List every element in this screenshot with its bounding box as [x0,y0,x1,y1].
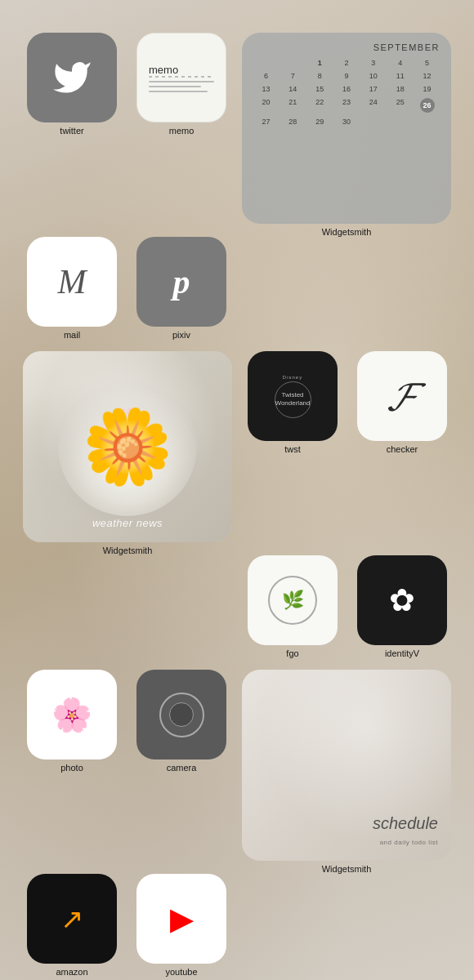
app-pixiv[interactable]: p pixiv [132,237,230,340]
weather-widget-label: Widgetsmith [103,542,153,555]
calendar-grid: 1 2 3 4 5 6 7 8 9 10 11 12 13 14 [253,57,440,127]
weather-widget: 🌸 🌼 weather news Widgetsmith [23,351,232,555]
app-photo-label: photo [60,763,83,773]
app-checker[interactable]: 𝓕 checker [353,351,451,454]
schedule-subtitle: and daily todo list [380,839,438,846]
memo-title: memo [149,64,178,76]
app-amazon-label: amazon [56,967,87,977]
app-identityv-label: identityV [385,648,419,658]
app-identityv[interactable]: ✿ identityV [353,555,451,658]
checker-icon-letter: 𝓕 [387,372,418,421]
app-twitter[interactable]: twitter [23,33,121,136]
app-fgo-label: fgo [286,648,298,658]
camera-icon-circle [159,693,204,737]
app-camera-label: camera [167,763,197,773]
app-checker-label: checker [387,444,418,454]
amazon-icon-arrow: ↗ [60,902,83,935]
mail-icon-letter: M [58,262,87,301]
fgo-icon-circle: 🌿 [268,576,317,625]
calendar-widget-label: Widgetsmith [322,224,372,237]
app-camera[interactable]: camera [132,670,230,773]
weather-overlay-text: weather news [92,517,163,529]
app-youtube-label: youtube [165,967,197,977]
page-dots [16,977,458,980]
twst-icon-inner: Disney TwistedWonderland [275,375,311,418]
app-amazon[interactable]: ↗ amazon [23,874,121,977]
app-pixiv-label: pixiv [172,330,190,340]
schedule-title: schedule [373,814,438,833]
app-memo-label: memo [169,126,195,136]
identityv-icon-ornament: ✿ [378,576,427,625]
app-youtube[interactable]: ▶ youtube [132,874,230,977]
calendar-month: SEPTEMBER [253,42,440,52]
app-fgo[interactable]: 🌿 fgo [244,555,342,658]
schedule-widget: schedule and daily todo list Widgetsmith [242,670,451,874]
app-mail-label: mail [64,330,80,340]
photo-icon-flower: 🌸 [51,696,92,734]
app-mail[interactable]: M mail [23,237,121,340]
app-memo[interactable]: memo memo [132,33,230,136]
app-twitter-label: twitter [60,126,83,136]
app-twst-label: twst [284,444,301,454]
schedule-widget-label: Widgetsmith [322,861,372,874]
pixiv-icon-letter: p [173,262,190,301]
schedule-text: schedule and daily todo list [373,814,438,848]
app-twst[interactable]: Disney TwistedWonderland twst [244,351,342,454]
app-photo[interactable]: 🌸 photo [23,670,121,773]
youtube-icon-play: ▶ [170,901,194,937]
calendar-widget: SEPTEMBER 1 2 3 4 5 6 7 8 9 10 [242,33,451,237]
